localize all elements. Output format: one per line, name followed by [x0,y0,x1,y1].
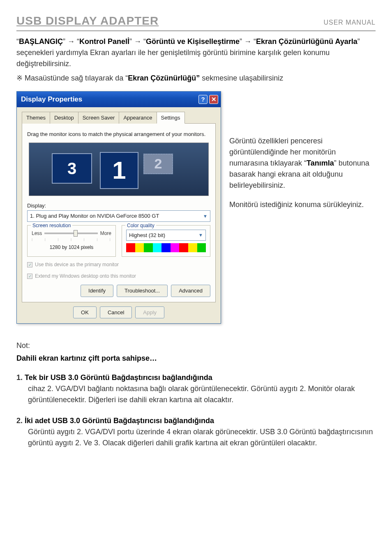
color-spectrum-icon [126,243,206,252]
slider-ticks: ||||||| [32,237,111,242]
troubleshoot-button[interactable]: Troubleshoot... [117,285,168,297]
tab-appearance[interactable]: Appearance [119,112,157,124]
list-number: 1. [16,373,23,382]
list-item: 1. Tek bir USB 3.0 Görüntü Bağdaştırıcıs… [16,372,376,405]
intro-section: “BAŞLANGIÇ” → “Kontrol Panelİ” → “Görünt… [16,36,376,84]
display-label: Display: [27,202,210,210]
monitor-3[interactable]: 3 [52,153,92,184]
dialog-titlebar[interactable]: Display Properties ? ✕ [17,92,221,107]
tab-settings[interactable]: Settings [157,112,185,124]
settings-panel: Drag the monitor icons to match the phys… [22,123,216,302]
cq-legend: Color quality [125,222,156,229]
monitor-1[interactable]: 1 [100,152,138,189]
extend-desktop-checkbox[interactable]: ✓ Extend my Windows desktop onto this mo… [27,272,210,280]
tip-para: ※ Masaüstünde sağ tılayarak da “Ekran Çö… [16,73,376,84]
close-icon[interactable]: ✕ [209,95,218,104]
checkbox-icon: ✓ [27,274,32,279]
side-paragraph-1: Görüntü özellikleri penceresi görüntülen… [229,136,376,191]
crumb-appearance: Görüntü ve Kişiselleştirme [146,37,240,46]
list-body-1: cihaz 2. VGA/DVI bağlantı noktasına bağl… [28,383,376,405]
monitor-2[interactable]: 2 [143,154,173,174]
identify-bold: Tanımla [307,159,334,167]
cq-value: Highest (32 bit) [129,231,165,240]
side-text: Görüntü özellikleri penceresi görüntülen… [229,91,376,324]
crumb-resolution: Ekran Çözünürlüğünü Ayarla [256,37,357,46]
tip-bold: Ekran Çözünürlüğü” [128,74,200,82]
color-quality-select[interactable]: Highest (32 bit) ▼ [126,230,206,241]
checkbox-icon: ✓ [27,262,32,267]
chevron-down-icon: ▼ [198,232,203,239]
sr-less: Less [32,230,42,237]
display-properties-dialog: Display Properties ? ✕ Themes Desktop Sc… [16,91,221,324]
note-subheading: Dahili ekran kartınız çift porta sahipse… [16,354,157,362]
sr-more: More [100,230,111,237]
tab-themes[interactable]: Themes [22,112,50,124]
list-number: 2. [16,417,23,425]
help-icon[interactable]: ? [198,95,208,104]
display-select[interactable]: 1. Plug and Play Monitor on NVIDIA GeFor… [27,210,210,222]
list-title-1: Tek bir USB 3.0 Görüntü Bağdaştırıcısı b… [25,373,212,382]
sr-legend: Screen resolution [31,222,72,229]
screen-resolution-group: Screen resolution Less More ||||||| 1280… [27,225,116,257]
primary-monitor-checkbox[interactable]: ✓ Use this device as the primary monitor [27,261,210,268]
cancel-button[interactable]: Cancel [100,306,132,319]
page-header: USB DISPLAY ADAPTER USER MANUAL [16,12,376,31]
tab-desktop[interactable]: Desktop [50,112,78,124]
side-paragraph-2: Monitörü istediğiniz konuma sürükleyiniz… [229,199,376,210]
reference-mark-icon: ※ [16,74,25,82]
note-heading: Not: [16,340,376,351]
note-section: Not: Dahili ekran kartınız çift porta sa… [16,340,376,449]
tab-strip: Themes Desktop Screen Saver Appearance S… [22,111,216,124]
chevron-down-icon: ▼ [203,213,208,220]
advanced-button[interactable]: Advanced [171,285,210,297]
doc-title: USB DISPLAY ADAPTER [16,12,159,30]
slider-thumb[interactable] [74,230,78,237]
monitor-arrangement[interactable]: 3 1 2 [29,143,209,196]
list-body-2: Görüntü aygıtı 2. VGA/DVI portu üzerinde… [28,426,376,449]
crumb-start: BAŞLANGIÇ [19,37,63,46]
tab-screensaver[interactable]: Screen Saver [78,112,120,124]
resolution-slider[interactable] [44,233,97,234]
resolution-value: 1280 by 1024 pixels [32,244,111,251]
display-select-value: 1. Plug and Play Monitor on NVIDIA GeFor… [30,212,159,220]
ok-button[interactable]: OK [73,306,97,319]
crumb-control-panel: Kontrol Panelİ [79,37,129,46]
list-item: 2. İki adet USB 3.0 Görüntü Bağdaştırıcı… [16,415,376,449]
list-title-2: İki adet USB 3.0 Görüntü Bağdaştırıcısı … [25,417,214,425]
color-quality-group: Color quality Highest (32 bit) ▼ [122,225,210,257]
apply-button[interactable]: Apply [135,306,164,319]
dialog-title-text: Display Properties [21,94,197,105]
breadcrumb-para: “BAŞLANGIÇ” → “Kontrol Panelİ” → “Görünt… [16,36,376,69]
drag-instruction: Drag the monitor icons to match the phys… [27,130,210,138]
doc-subtitle: USER MANUAL [323,18,376,28]
identify-button[interactable]: Identify [81,285,113,297]
